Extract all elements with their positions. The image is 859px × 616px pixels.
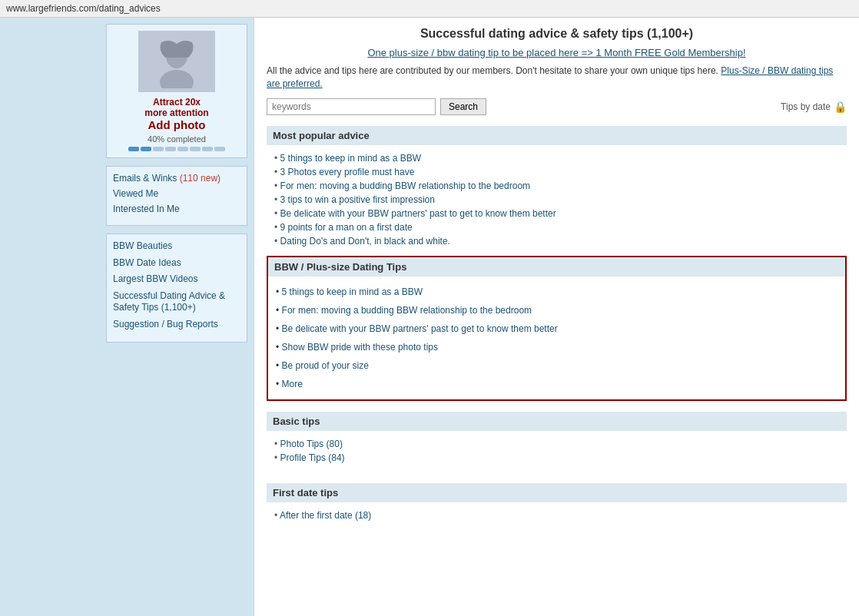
popular-item-5[interactable]: 9 points for a man on a first date — [280, 222, 413, 233]
dot-4 — [165, 147, 176, 151]
nav-interested[interactable]: Interested In Me — [113, 204, 240, 214]
lock-icon: 🔒 — [834, 101, 847, 113]
search-button[interactable]: Search — [440, 98, 486, 115]
dot-5 — [177, 147, 188, 151]
first-date-header: First date tips — [267, 483, 847, 502]
basic-tips-section: Basic tips Photo Tips (80) Profile Tips … — [267, 412, 847, 472]
list-item: Be proud of your size — [276, 356, 837, 375]
list-item: For men: moving a budding BBW relationsh… — [274, 179, 847, 193]
basic-item-0[interactable]: Photo Tips (80) — [280, 439, 343, 449]
bbw-item-5[interactable]: More — [282, 379, 303, 389]
first-date-list: After the first date (18) — [267, 508, 847, 530]
popular-item-6[interactable]: Dating Do's and Don't, in black and whit… — [280, 236, 450, 247]
basic-tips-header: Basic tips — [267, 412, 847, 431]
page-title: Successful dating advice & safety tips (… — [267, 27, 847, 41]
dot-1 — [128, 147, 139, 151]
popular-item-4[interactable]: Be delicate with your BBW partners' past… — [280, 208, 556, 219]
dot-8 — [214, 147, 225, 151]
list-item: Dating Do's and Don't, in black and whit… — [274, 234, 847, 248]
search-input[interactable] — [267, 98, 436, 115]
dot-6 — [190, 147, 201, 151]
list-item: 9 points for a man on a first date — [274, 220, 847, 234]
attract-line2: more attention — [113, 108, 240, 118]
search-left: Search — [267, 98, 486, 115]
list-item: 3 tips to win a positive first impressio… — [274, 193, 847, 207]
popular-item-3[interactable]: 3 tips to win a positive first impressio… — [280, 194, 435, 205]
progress-dots — [113, 147, 240, 151]
links-box: BBW Beauties BBW Date Ideas Largest BBW … — [106, 233, 247, 343]
list-item: Be delicate with your BBW partners' past… — [276, 320, 837, 338]
sidebar-link-1[interactable]: BBW Beauties — [113, 240, 240, 253]
bbw-item-4[interactable]: Be proud of your size — [282, 360, 369, 371]
popular-item-0[interactable]: 5 things to keep in mind as a BBW — [280, 153, 421, 164]
profile-avatar[interactable] — [138, 31, 215, 92]
list-item: Profile Tips (84) — [274, 451, 847, 465]
tips-by-date[interactable]: Tips by date 🔒 — [781, 101, 847, 113]
profile-box: Attract 20x more attention Add photo 40%… — [106, 24, 247, 158]
search-row: Search Tips by date 🔒 — [267, 98, 847, 115]
list-item: 5 things to keep in mind as a BBW — [276, 283, 837, 301]
list-item: 5 things to keep in mind as a BBW — [274, 151, 847, 165]
popular-list: 5 things to keep in mind as a BBW 3 Phot… — [267, 151, 847, 256]
dot-7 — [202, 147, 213, 151]
nav-box: Emails & Winks (110 new) Viewed Me Inter… — [106, 166, 247, 226]
most-popular-section: Most popular advice 5 things to keep in … — [267, 126, 847, 256]
first-date-section: First date tips After the first date (18… — [267, 483, 847, 530]
progress-text: 40% completed — [113, 134, 240, 144]
sidebar-link-5[interactable]: Suggestion / Bug Reports — [113, 319, 240, 331]
bbw-item-3[interactable]: Show BBW pride with these photo tips — [282, 342, 438, 353]
basic-list: Photo Tips (80) Profile Tips (84) — [267, 437, 847, 472]
dot-2 — [141, 147, 151, 151]
bbw-item-0[interactable]: 5 things to keep in mind as a BBW — [282, 286, 423, 297]
first-date-item-0[interactable]: After the first date (18) — [280, 510, 371, 521]
preferred-link[interactable]: Plus-Size / BBW dating tips are preferre… — [267, 65, 833, 89]
svg-point-1 — [160, 70, 194, 88]
popular-item-2[interactable]: For men: moving a budding BBW relationsh… — [280, 180, 531, 191]
bbw-list: 5 things to keep in mind as a BBW For me… — [268, 277, 845, 399]
left-sidebar — [0, 18, 100, 616]
promo-banner[interactable]: One plus-size / bbw dating tip to be pla… — [267, 47, 847, 58]
popular-item-1[interactable]: 3 Photos every profile must have — [280, 167, 415, 177]
nav-viewed-me[interactable]: Viewed Me — [113, 188, 240, 199]
bbw-item-2[interactable]: Be delicate with your BBW partners' past… — [282, 323, 558, 334]
url-display: www.largefriends.com/dating_advices — [6, 3, 161, 14]
list-item: More — [276, 375, 837, 393]
attract-line1: Attract 20x — [113, 97, 240, 108]
mid-sidebar: Attract 20x more attention Add photo 40%… — [100, 18, 254, 616]
list-item: Show BBW pride with these photo tips — [276, 338, 837, 356]
sidebar-link-3[interactable]: Largest BBW Videos — [113, 273, 240, 286]
intro-text: All the advice and tips here are contrib… — [267, 65, 847, 91]
add-photo-label[interactable]: Add photo — [113, 118, 240, 131]
sidebar-link-4[interactable]: Successful Dating Advice & Safety Tips (… — [113, 290, 240, 314]
dot-3 — [153, 147, 164, 151]
list-item: After the first date (18) — [274, 508, 847, 522]
main-content: Successful dating advice & safety tips (… — [254, 18, 859, 616]
list-item: Be delicate with your BBW partners' past… — [274, 207, 847, 220]
sidebar-link-2[interactable]: BBW Date Ideas — [113, 257, 240, 270]
tips-by-date-label: Tips by date — [781, 101, 831, 112]
basic-item-1[interactable]: Profile Tips (84) — [280, 452, 345, 463]
browser-bar: www.largefriends.com/dating_advices — [0, 0, 859, 18]
most-popular-header: Most popular advice — [267, 126, 847, 145]
list-item: For men: moving a budding BBW relationsh… — [276, 301, 837, 320]
bbw-item-1[interactable]: For men: moving a budding BBW relationsh… — [282, 305, 532, 316]
promo-link[interactable]: One plus-size / bbw dating tip to be pla… — [367, 47, 745, 58]
list-item: Photo Tips (80) — [274, 437, 847, 451]
bbw-section-header: BBW / Plus-size Dating Tips — [268, 257, 845, 277]
nav-emails-winks[interactable]: Emails & Winks (110 new) — [113, 173, 240, 184]
bbw-section: BBW / Plus-size Dating Tips 5 things to … — [267, 256, 847, 401]
list-item: 3 Photos every profile must have — [274, 165, 847, 179]
